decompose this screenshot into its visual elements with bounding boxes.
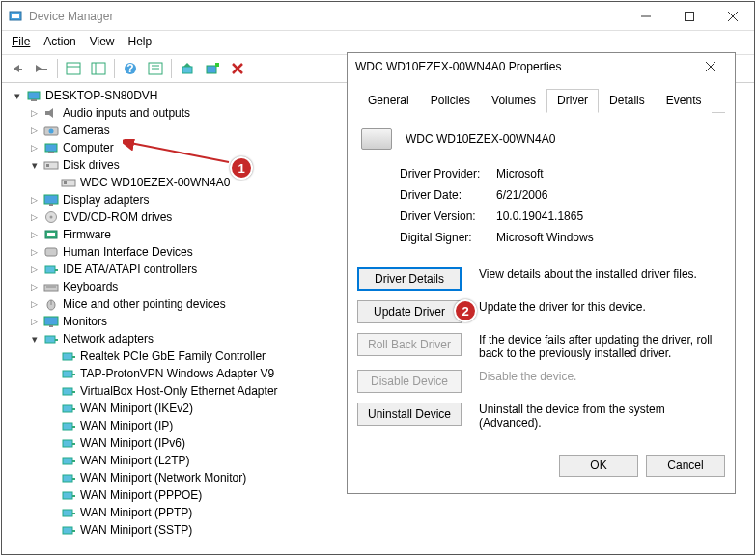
- device-icon: [43, 332, 59, 346]
- svg-rect-67: [63, 510, 72, 516]
- svg-rect-66: [72, 495, 75, 497]
- update-driver-button[interactable]: Update Driver: [357, 300, 462, 323]
- tree-item[interactable]: WAN Miniport (PPTP): [46, 504, 748, 521]
- expand-icon[interactable]: [29, 212, 40, 223]
- device-icon: [61, 367, 76, 380]
- expand-icon[interactable]: [29, 299, 40, 310]
- disable-device-desc: Disable the device.: [479, 370, 725, 383]
- device-icon: [61, 471, 76, 485]
- update-driver-icon[interactable]: [177, 58, 198, 79]
- tree-item-label: WAN Miniport (PPPOE): [80, 486, 202, 504]
- svg-point-25: [49, 129, 54, 134]
- device-icon: [43, 193, 59, 207]
- back-button[interactable]: [6, 58, 27, 79]
- close-button[interactable]: [711, 2, 754, 30]
- disable-device-button[interactable]: Disable Device: [357, 370, 462, 393]
- expand-icon[interactable]: [29, 108, 40, 119]
- help-icon[interactable]: ?: [120, 58, 141, 79]
- tree-item-label: Network adapters: [63, 330, 154, 348]
- collapse-icon[interactable]: [29, 160, 40, 171]
- details-icon[interactable]: [88, 58, 109, 79]
- roll-back-driver-button[interactable]: Roll Back Driver: [357, 333, 462, 356]
- device-icon: [43, 228, 59, 241]
- tree-item-label: DVD/CD-ROM drives: [63, 208, 172, 226]
- device-icon: [61, 506, 76, 519]
- app-icon: [8, 9, 23, 24]
- dialog-tabs: GeneralPoliciesVolumesDriverDetailsEvent…: [357, 88, 725, 113]
- svg-rect-18: [215, 63, 219, 67]
- device-name: WDC WD10EZEX-00WN4A0: [406, 132, 555, 146]
- device-icon: [61, 384, 76, 398]
- dialog-titlebar: WDC WD10EZEX-00WN4A0 Properties: [348, 53, 735, 80]
- device-icon: [61, 488, 76, 502]
- device-icon: [43, 158, 59, 172]
- menu-help[interactable]: Help: [128, 35, 153, 48]
- svg-rect-38: [45, 248, 57, 256]
- menu-action[interactable]: Action: [43, 35, 75, 48]
- toolbar-separator: [114, 59, 115, 78]
- signer-value: Microsoft Windows: [496, 231, 594, 244]
- svg-rect-22: [31, 99, 37, 101]
- scan-hardware-icon[interactable]: [202, 58, 223, 79]
- collapse-icon[interactable]: [12, 91, 22, 101]
- expand-icon[interactable]: [29, 125, 40, 136]
- svg-rect-54: [72, 391, 75, 393]
- tab-events[interactable]: Events: [656, 89, 713, 113]
- device-icon: [61, 349, 76, 363]
- forward-button[interactable]: [31, 58, 52, 79]
- ok-button[interactable]: OK: [559, 455, 638, 477]
- tab-volumes[interactable]: Volumes: [481, 89, 546, 113]
- svg-rect-68: [72, 513, 75, 514]
- driver-details-desc: View details about the installed driver …: [479, 267, 725, 281]
- maximize-button[interactable]: [667, 2, 711, 30]
- svg-rect-40: [55, 269, 58, 271]
- minimize-button[interactable]: [624, 2, 667, 30]
- tab-policies[interactable]: Policies: [420, 89, 481, 113]
- svg-rect-58: [72, 426, 75, 428]
- tab-details[interactable]: Details: [599, 89, 656, 113]
- tab-general[interactable]: General: [357, 89, 420, 113]
- svg-rect-27: [48, 152, 54, 153]
- device-icon: [61, 454, 76, 467]
- annotation-badge-2: 2: [454, 299, 477, 322]
- expand-icon[interactable]: [29, 195, 40, 206]
- uninstall-device-desc: Uninstall the device from the system (Ad…: [479, 403, 725, 430]
- device-icon: [43, 210, 59, 224]
- expand-icon[interactable]: [29, 282, 40, 292]
- window-title: Device Manager: [29, 10, 624, 23]
- tree-item[interactable]: WAN Miniport (SSTP): [46, 521, 748, 539]
- update-driver-desc: Update the driver for this device.: [479, 300, 725, 314]
- signer-label: Digital Signer:: [400, 231, 496, 244]
- uninstall-device-button[interactable]: Uninstall Device: [357, 403, 462, 426]
- cancel-button[interactable]: Cancel: [646, 455, 725, 477]
- titlebar: Device Manager: [2, 2, 754, 31]
- expand-icon[interactable]: [29, 264, 40, 275]
- expand-icon[interactable]: [29, 247, 40, 258]
- svg-rect-41: [44, 285, 58, 291]
- tree-item-label: DESKTOP-SN80DVH: [45, 87, 157, 104]
- svg-rect-37: [47, 233, 55, 236]
- tree-item-label: WDC WD10EZEX-00WN4A0: [80, 174, 230, 191]
- dialog-close-button[interactable]: [706, 62, 727, 72]
- svg-rect-15: [182, 67, 192, 73]
- expand-icon[interactable]: [29, 317, 40, 327]
- menu-view[interactable]: View: [90, 35, 115, 48]
- device-icon: [61, 419, 76, 432]
- version-value: 10.0.19041.1865: [496, 209, 583, 223]
- properties-icon[interactable]: [145, 58, 166, 79]
- driver-details-button[interactable]: Driver Details: [357, 267, 462, 291]
- tree-item-label: WAN Miniport (Network Monitor): [80, 469, 246, 486]
- menu-file[interactable]: File: [12, 35, 30, 48]
- expand-icon[interactable]: [29, 230, 40, 240]
- svg-rect-47: [45, 336, 55, 343]
- expand-icon[interactable]: [29, 143, 40, 153]
- show-hidden-icon[interactable]: [63, 58, 84, 79]
- dialog-footer: OK Cancel: [348, 449, 735, 483]
- tree-item-label: Human Interface Devices: [63, 243, 193, 261]
- uninstall-icon[interactable]: [227, 58, 248, 79]
- svg-rect-63: [63, 475, 72, 482]
- svg-rect-46: [49, 325, 53, 327]
- tab-driver[interactable]: Driver: [546, 89, 599, 113]
- tree-item-label: Firmware: [63, 226, 111, 243]
- collapse-icon[interactable]: [29, 334, 40, 345]
